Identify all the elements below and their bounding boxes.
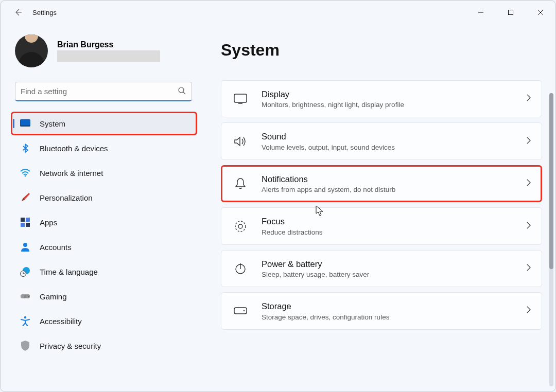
brush-icon [20, 192, 30, 203]
svg-point-13 [21, 294, 24, 298]
card-text: Storage Storage space, drives, configura… [262, 301, 526, 320]
titlebar: Settings [1, 1, 555, 24]
svg-point-20 [238, 224, 242, 228]
search-icon [178, 86, 186, 97]
sidebar-item-accessibility[interactable]: Accessibility [12, 310, 196, 332]
accessibility-icon [20, 316, 30, 326]
shield-icon [20, 341, 30, 351]
svg-rect-7 [21, 223, 25, 227]
svg-point-19 [235, 221, 246, 231]
card-power[interactable]: Power & battery Sleep, battery usage, ba… [221, 250, 542, 287]
focus-icon [234, 220, 247, 233]
sidebar-item-label: Accessibility [40, 317, 82, 326]
bell-icon [234, 177, 247, 190]
card-title: Sound [262, 131, 526, 142]
svg-point-23 [244, 310, 245, 311]
back-button[interactable] [13, 7, 23, 17]
profile-info: Brian Burgess [57, 40, 160, 62]
display-icon [234, 92, 247, 105]
power-icon [234, 262, 247, 275]
chevron-right-icon [526, 94, 531, 104]
main-pane: System Display Monitors, brightness, nig… [201, 24, 555, 391]
sidebar-item-accounts[interactable]: Accounts [12, 236, 196, 258]
card-sub: Reduce distractions [262, 228, 526, 236]
bluetooth-icon [20, 143, 30, 153]
settings-window: Settings Bri [0, 0, 556, 392]
chevron-right-icon [526, 306, 531, 316]
svg-point-17 [24, 316, 26, 318]
card-title: Focus [262, 216, 526, 227]
scrollbar-thumb[interactable] [549, 93, 553, 269]
svg-rect-8 [26, 223, 30, 227]
svg-point-14 [26, 294, 30, 298]
sidebar-item-personalization[interactable]: Personalization [12, 187, 196, 208]
system-icon [20, 118, 30, 129]
svg-point-1 [179, 87, 184, 93]
scrollbar[interactable] [549, 93, 553, 386]
titlebar-left: Settings [6, 7, 57, 17]
sidebar-item-time[interactable]: Time & language [12, 261, 196, 282]
apps-icon [20, 217, 30, 227]
person-icon [20, 242, 30, 252]
sidebar-item-network[interactable]: Network & internet [12, 162, 196, 184]
maximize-button[interactable] [496, 1, 526, 24]
clock-globe-icon [20, 266, 30, 277]
sidebar: Brian Burgess System [1, 24, 201, 391]
sidebar-nav: System Bluetooth & devices Network & int… [12, 113, 196, 357]
svg-rect-5 [21, 218, 25, 222]
profile-block[interactable]: Brian Burgess [12, 34, 196, 67]
svg-point-16 [28, 296, 29, 297]
sidebar-item-bluetooth[interactable]: Bluetooth & devices [12, 137, 196, 159]
sidebar-item-gaming[interactable]: Gaming [12, 286, 196, 307]
card-title: Power & battery [262, 259, 526, 270]
sidebar-item-label: Gaming [40, 292, 67, 301]
card-sound[interactable]: Sound Volume levels, output, input, soun… [221, 122, 542, 159]
card-text: Notifications Alerts from apps and syste… [262, 174, 526, 193]
sidebar-item-label: Personalization [40, 193, 93, 202]
sidebar-item-label: Accounts [40, 243, 72, 252]
sidebar-item-label: System [40, 119, 65, 128]
card-sub: Monitors, brightness, night light, displ… [262, 101, 526, 109]
sidebar-item-system[interactable]: System [12, 113, 196, 134]
card-text: Focus Reduce distractions [262, 216, 526, 236]
card-text: Sound Volume levels, output, input, soun… [262, 131, 526, 151]
minimize-button[interactable] [466, 1, 496, 24]
card-storage[interactable]: Storage Storage space, drives, configura… [221, 292, 542, 329]
window-title: Settings [32, 9, 57, 16]
gamepad-icon [20, 291, 30, 301]
profile-name: Brian Burgess [57, 40, 160, 49]
wifi-icon [20, 168, 30, 178]
sidebar-item-privacy[interactable]: Privacy & security [12, 335, 196, 357]
profile-email-redacted [57, 50, 160, 62]
card-notifications[interactable]: Notifications Alerts from apps and syste… [221, 165, 542, 202]
svg-point-9 [23, 243, 27, 247]
card-text: Power & battery Sleep, battery usage, ba… [262, 259, 526, 278]
chevron-right-icon [526, 179, 531, 189]
chevron-right-icon [526, 263, 531, 274]
svg-rect-6 [26, 218, 30, 222]
svg-rect-22 [234, 308, 247, 314]
svg-rect-18 [234, 94, 247, 102]
card-title: Storage [262, 301, 526, 312]
card-sub: Volume levels, output, input, sound devi… [262, 144, 526, 151]
svg-point-4 [25, 175, 26, 177]
sidebar-item-label: Time & language [40, 268, 98, 276]
card-sub: Sleep, battery usage, battery saver [262, 271, 526, 278]
sidebar-item-label: Bluetooth & devices [40, 144, 108, 153]
card-focus[interactable]: Focus Reduce distractions [221, 207, 542, 244]
page-title: System [221, 41, 542, 60]
close-button[interactable] [526, 1, 555, 24]
window-body: Brian Burgess System [1, 24, 555, 391]
card-sub: Storage space, drives, configuration rul… [262, 313, 526, 321]
storage-icon [234, 304, 247, 317]
card-sub: Alerts from apps and system, do not dist… [262, 186, 526, 193]
card-display[interactable]: Display Monitors, brightness, night ligh… [221, 80, 542, 117]
avatar [15, 34, 48, 67]
sidebar-item-label: Privacy & security [40, 342, 101, 350]
svg-rect-3 [21, 125, 30, 127]
search-input[interactable] [15, 82, 192, 101]
sidebar-item-apps[interactable]: Apps [12, 211, 196, 233]
card-title: Display [262, 89, 526, 100]
card-text: Display Monitors, brightness, night ligh… [262, 89, 526, 109]
chevron-right-icon [526, 221, 531, 231]
